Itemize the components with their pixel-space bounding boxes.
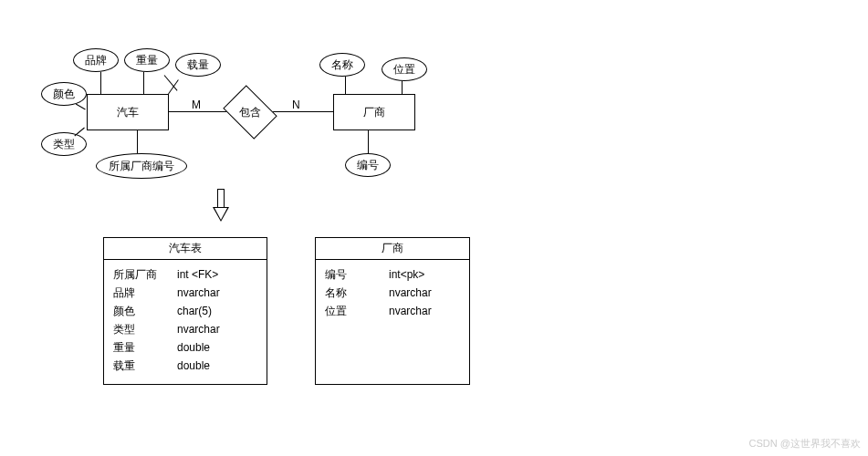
col-name: 颜色 [113,302,177,320]
entity-vendor-label: 厂商 [363,105,385,120]
table-row: 所属厂商int <FK> [113,265,257,284]
table-vendor: 厂商 编号int<pk> 名称nvarchar 位置nvarchar [315,237,470,385]
col-type: nvarchar [389,284,460,302]
col-name: 重量 [113,338,177,357]
attr-vendor-id-label: 所属厂商编号 [109,159,174,174]
table-row: 重量double [113,338,257,357]
attr-vendor-id: 所属厂商编号 [96,153,187,179]
attr-type-label: 类型 [53,137,75,152]
attr-color: 颜色 [41,82,87,106]
attr-name-label: 名称 [331,57,353,73]
col-name: 载重 [113,357,177,375]
table-vendor-body: 编号int<pk> 名称nvarchar 位置nvarchar [316,260,469,326]
cardinality-n: N [292,98,300,111]
attr-name: 名称 [319,53,365,77]
attr-weight: 重量 [124,48,170,72]
table-row: 品牌nvarchar [113,284,257,302]
table-row: 位置nvarchar [325,302,460,320]
line-location [402,81,403,94]
cardinality-m: M [192,98,201,111]
entity-vendor: 厂商 [333,94,415,130]
line-id [368,130,369,153]
attr-brand: 品牌 [73,48,119,72]
col-type: nvarchar [177,284,257,302]
col-name: 品牌 [113,284,177,302]
attr-color-label: 颜色 [53,87,75,102]
table-row: 颜色char(5) [113,302,257,320]
col-name: 所属厂商 [113,265,177,284]
line-brand [100,72,101,94]
line-name [345,77,346,94]
attr-location: 位置 [382,57,427,81]
table-row: 载重double [113,357,257,375]
col-type: double [177,338,257,357]
line-car-rel [169,111,226,112]
attr-brand-label: 品牌 [85,53,107,68]
col-name: 编号 [325,265,389,284]
table-car-body: 所属厂商int <FK> 品牌nvarchar 颜色char(5) 类型nvar… [104,260,267,380]
arrow-icon [214,189,227,222]
col-type: char(5) [177,302,257,320]
attr-weight-label: 重量 [136,53,158,68]
col-type: int<pk> [389,265,460,284]
attr-type: 类型 [41,132,87,156]
line-color [76,104,86,110]
col-type: nvarchar [389,302,460,320]
col-name: 名称 [325,284,389,302]
entity-car-label: 汽车 [117,105,139,120]
col-type: nvarchar [177,320,257,338]
attr-load: 载量 [175,53,221,77]
attr-load-label: 载量 [187,57,209,73]
watermark: CSDN @这世界我不喜欢 [749,437,861,451]
line-vendor-id [137,130,138,153]
table-car-title: 汽车表 [104,238,267,260]
col-name: 类型 [113,320,177,338]
attr-id: 编号 [345,153,391,177]
table-row: 编号int<pk> [325,265,460,284]
entity-car: 汽车 [87,94,169,130]
table-vendor-title: 厂商 [316,238,469,260]
col-name: 位置 [325,302,389,320]
table-car: 汽车表 所属厂商int <FK> 品牌nvarchar 颜色char(5) 类型… [103,237,267,385]
col-type: double [177,357,257,375]
table-row: 名称nvarchar [325,284,460,302]
line-weight [143,72,144,94]
attr-location-label: 位置 [393,62,415,78]
line-rel-vendor [272,111,333,112]
col-type: int <FK> [177,265,257,284]
relationship-label: 包含 [239,105,261,120]
relationship-label-wrap: 包含 [226,96,274,129]
attr-id-label: 编号 [357,158,379,173]
table-row: 类型nvarchar [113,320,257,338]
